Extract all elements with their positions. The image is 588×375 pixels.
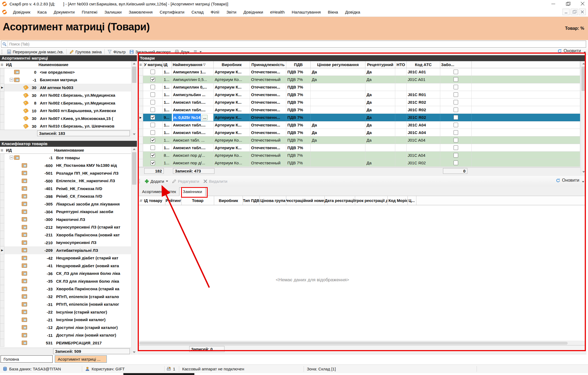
name-cell[interactable]: Амписульбин ... ...: [172, 91, 214, 99]
matrix-tree-row[interactable]: 30 Апт №010 г.Березань, ул. Шевченков: [0, 122, 131, 130]
classifier-tree-row[interactable]: -36 СК_ЛЗ для лікування болю ліка: [0, 270, 131, 278]
classifier-tree-row[interactable]: -22 Інсуліни (старий каталог): [0, 308, 131, 316]
ban-cell[interactable]: [440, 91, 472, 99]
group-change-button[interactable]: Групова зміна: [68, 48, 104, 55]
column-atc[interactable]: Код АТС: [407, 61, 440, 68]
column-id[interactable]: ИД: [6, 62, 12, 67]
tab-assortment-matrix[interactable]: Асортимент матриці ...: [55, 355, 107, 363]
ellipsis-button[interactable]: ...: [202, 115, 208, 120]
classifier-tree-row[interactable]: -398 Реімб_СК_Глюкоза IVD: [0, 193, 131, 200]
filter-button[interactable]: Фільтр: [105, 48, 127, 55]
in-matrix-checkbox[interactable]: [150, 138, 155, 142]
product-row[interactable]: 1... Амоксил табл.... ... Артериум К... …: [138, 99, 580, 106]
refresh-button[interactable]: Оновити: [557, 48, 581, 53]
scroll-up-icon[interactable]: [582, 63, 585, 64]
expander-icon[interactable]: [10, 156, 13, 159]
menu-item[interactable]: Налаштування: [288, 8, 324, 16]
ban-cell[interactable]: [440, 129, 472, 136]
in-matrix-checkbox[interactable]: [150, 130, 155, 135]
menu-item[interactable]: Документи: [50, 8, 78, 16]
products-scrollbar[interactable]: [581, 61, 586, 174]
expander-icon[interactable]: [10, 78, 13, 81]
restore-icon[interactable]: [566, 2, 570, 6]
classifier-tree-row[interactable]: -42 Нецукровий діабет (старий кат: [0, 254, 131, 262]
recalc-button[interactable]: Перерахунок днів макс./хв.: [5, 48, 66, 55]
delete-button[interactable]: Видалити: [201, 178, 229, 184]
name-cell[interactable]: Амоксил табл. ... ...: [172, 136, 214, 144]
classifier-tree-row[interactable]: -305 Лікарські засоби для лікування: [0, 200, 131, 208]
print-options-button[interactable]: [191, 48, 204, 55]
ban-cell[interactable]: [440, 114, 472, 121]
classifier-tree-row[interactable]: -31 РПтП, епілепсія (новий каталог: [0, 301, 131, 308]
scroll-up-icon[interactable]: [133, 63, 136, 64]
ban-checkbox[interactable]: [454, 123, 458, 127]
name-cell[interactable]: Ампициллин 1... ...: [172, 68, 214, 76]
ban-cell[interactable]: [440, 159, 472, 167]
in-matrix-checkbox[interactable]: [150, 153, 155, 158]
ban-cell[interactable]: [440, 83, 472, 91]
product-row[interactable]: 1... Амоксил табл.... ... Артериум К... …: [138, 144, 580, 152]
menu-item[interactable]: Звіти: [223, 8, 240, 16]
in-matrix-cell[interactable]: [143, 76, 163, 83]
ban-cell[interactable]: [440, 121, 472, 129]
column-rx[interactable]: Рецептурний: [365, 61, 395, 68]
scroll-down-icon[interactable]: [133, 133, 136, 135]
tab-home[interactable]: Головна: [1, 355, 53, 363]
mdi-close-icon[interactable]: [579, 9, 586, 15]
classifier-tree-row[interactable]: -1 Все товары: [0, 154, 131, 162]
column-price-regulation[interactable]: Цінове регулювання: [311, 61, 365, 68]
classifier-tree-row[interactable]: -12 Доступні ліки (старий каталог): [0, 324, 131, 331]
column-vat[interactable]: ПДВ: [286, 61, 311, 68]
substitutes-column[interactable]: Цінова група: [260, 196, 286, 205]
in-matrix-cell[interactable]: [143, 136, 163, 144]
name-cell[interactable]: Амоксил табл.... ...: [172, 121, 214, 129]
in-matrix-cell[interactable]: [143, 106, 163, 114]
in-matrix-cell[interactable]: [143, 129, 163, 136]
substitutes-column[interactable]: Код Моріона: [388, 196, 408, 205]
classifier-tree-row[interactable]: -33 Хвороба Паркінсона (старий ка: [0, 285, 131, 293]
column-id[interactable]: ІД: [163, 61, 172, 68]
classifier-tree-row[interactable]: -300 Наркотичні ЛЗ: [0, 216, 131, 223]
ban-checkbox[interactable]: [454, 138, 458, 142]
menu-item[interactable]: Залишки: [101, 8, 125, 16]
classifier-tree-row[interactable]: -35 СК ЛЗ для лікування болю ліка: [0, 277, 131, 285]
in-matrix-checkbox[interactable]: [150, 92, 155, 97]
print-button[interactable]: Друк: [173, 48, 191, 55]
substitutes-hscrollbar[interactable]: [138, 341, 586, 345]
edit-button[interactable]: Редагувати: [170, 178, 201, 184]
in-matrix-cell[interactable]: [143, 83, 163, 91]
classifier-tree-row[interactable]: -501 Розлади ПП_НК_наркотичні ЛЗ: [0, 169, 131, 177]
ban-checkbox[interactable]: [454, 92, 458, 97]
name-cell[interactable]: л. 0,625г №14 ...: [172, 114, 214, 121]
minimize-icon[interactable]: [551, 2, 555, 6]
column-name[interactable]: Наименование: [54, 148, 84, 152]
classifier-tree-row[interactable]: -600 НК_Постанова КМУ №1380 від: [0, 162, 131, 169]
column-name[interactable]: Наименование: [38, 62, 68, 67]
in-matrix-checkbox[interactable]: [150, 107, 155, 112]
classifier-tree-row[interactable]: -11 Доступні ліки (новий каталог): [0, 331, 131, 339]
matrices-scrollbar[interactable]: [131, 61, 137, 137]
add-button[interactable]: Додати: [143, 178, 170, 184]
detail-refresh-button[interactable]: Оновити: [556, 178, 579, 183]
ban-cell[interactable]: [440, 144, 472, 152]
menu-item[interactable]: Склад: [188, 8, 207, 16]
column-chooser-icon[interactable]: ≣: [138, 199, 143, 203]
product-row[interactable]: 1... Амоксил табл.... ... Артериум К... …: [138, 121, 580, 129]
menu-item[interactable]: Вікна: [324, 8, 342, 16]
classifier-tree-row[interactable]: -41 Нецукровий діабет (новий ката: [0, 262, 131, 270]
classifier-tree-row[interactable]: -304 Рецептурні лікарські засоби: [0, 208, 131, 216]
classifier-tree-row[interactable]: -210 Імуносупресивні ЛЗ: [0, 239, 131, 247]
product-row[interactable]: 1... Ампициллин 0,... ... Артериум К... …: [138, 83, 580, 91]
ban-cell[interactable]: [440, 106, 472, 114]
matrix-tree-row[interactable]: 8 Апт №002 г.Березань, ул.Медицинска: [0, 99, 131, 107]
matrix-tree-row[interactable]: 30 Апт №002 г.Березань, ул.Медицинска: [0, 92, 131, 99]
in-matrix-checkbox[interactable]: [150, 115, 155, 120]
substitutes-column[interactable]: Ц...: [408, 196, 416, 205]
ban-checkbox[interactable]: [454, 77, 458, 82]
scroll-thumb[interactable]: [132, 152, 136, 185]
column-product-name[interactable]: Найменування▽: [172, 61, 214, 68]
scroll-up-icon[interactable]: [133, 148, 136, 150]
export-button[interactable]: Загальний експорт: [127, 48, 173, 55]
substitutes-column[interactable]: Реєстраційний номер: [286, 196, 325, 205]
name-cell[interactable]: Амоксил табл.... ...: [172, 106, 214, 114]
